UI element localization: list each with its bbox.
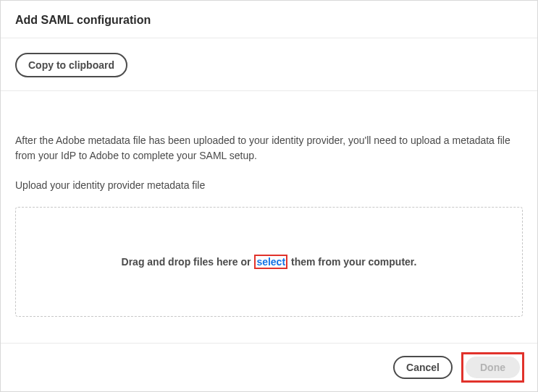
dialog-footer: Cancel Done	[1, 343, 537, 391]
done-button[interactable]: Done	[466, 357, 520, 378]
file-dropzone[interactable]: Drag and drop files here or select them …	[15, 207, 523, 317]
dialog-header: Add SAML configuration	[1, 1, 537, 38]
done-button-highlight: Done	[461, 352, 524, 383]
dropzone-text-after: them from your computer.	[288, 256, 416, 268]
dropzone-text: Drag and drop files here or select them …	[122, 256, 417, 268]
upload-label: Upload your identity provider metadata f…	[15, 179, 523, 191]
dropzone-text-before: Drag and drop files here or	[122, 256, 254, 268]
instruction-text: After the Adobe metadata file has been u…	[15, 133, 523, 163]
dialog-title: Add SAML configuration	[15, 14, 523, 27]
main-content: After the Adobe metadata file has been u…	[1, 91, 537, 343]
copy-section: Copy to clipboard	[1, 38, 537, 91]
select-file-link[interactable]: select	[254, 255, 287, 269]
copy-to-clipboard-button[interactable]: Copy to clipboard	[15, 53, 127, 77]
cancel-button[interactable]: Cancel	[393, 356, 453, 379]
